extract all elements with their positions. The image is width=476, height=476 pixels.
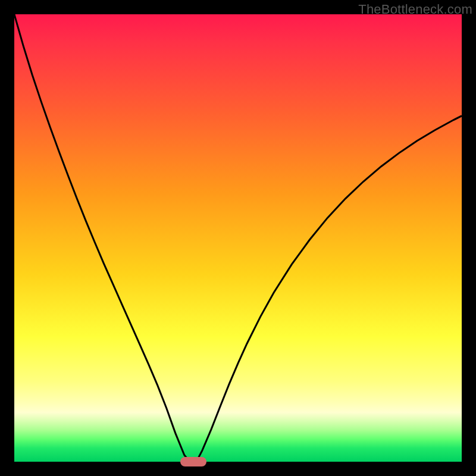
bottleneck-curve [14,14,462,462]
bottleneck-marker [180,457,206,466]
curve-right-branch [193,116,462,462]
chart-frame [14,14,462,462]
watermark-text: TheBottleneck.com [358,2,472,17]
curve-left-branch [14,14,193,462]
